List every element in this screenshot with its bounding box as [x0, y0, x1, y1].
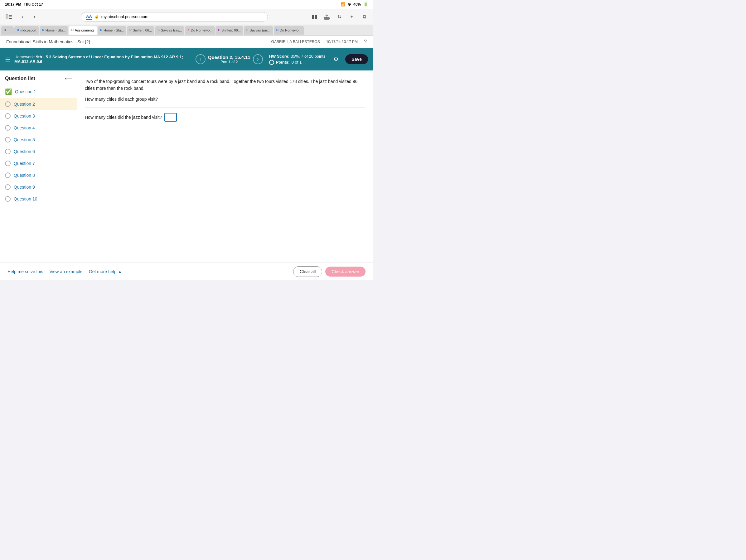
svg-rect-5	[315, 14, 317, 19]
svg-rect-4	[312, 14, 314, 19]
question-unanswered-icon	[5, 101, 10, 107]
question-item-10[interactable]: Question 10	[0, 193, 77, 205]
tab-t1[interactable]: D	[1, 26, 14, 35]
student-name: GABRIELLA BALLESTEROS	[271, 39, 320, 44]
hw-score-line: HW Score: 35%, 7 of 20 points	[269, 54, 325, 59]
status-bar-left: 10:17 PM Thu Oct 17	[5, 2, 43, 6]
save-button[interactable]: Save	[345, 54, 368, 64]
sidebar-toggle-button[interactable]	[4, 12, 14, 22]
reload-button[interactable]: ↻	[334, 12, 344, 22]
points-line: Points: 0 of 1	[269, 60, 325, 65]
browser-chrome: ‹ › AA 🔒 mylabschool.pearson.com ↻ + ⧉	[0, 9, 373, 25]
forward-button[interactable]: ›	[30, 12, 39, 22]
question-item-5[interactable]: Question 5	[0, 134, 77, 146]
question-text-2: How many cities did each group visit?	[85, 96, 366, 102]
score-label: HW Score:	[269, 54, 290, 59]
hw-label: Homework: 9th - 5.3 Solving Systems of L…	[15, 55, 196, 64]
tab-t7[interactable]: SSavvas Eas...	[155, 26, 184, 35]
svg-rect-3	[9, 18, 12, 19]
hw-banner-title: Homework: 9th - 5.3 Solving Systems of L…	[15, 55, 196, 64]
hw-name: 9th - 5.3 Solving Systems of Linear Equa…	[15, 55, 183, 64]
points-circle	[269, 60, 274, 65]
address-bar[interactable]: AA 🔒 mylabschool.pearson.com	[81, 12, 268, 22]
battery-level: 40%	[353, 2, 361, 6]
share-button[interactable]	[322, 12, 332, 22]
help-icon[interactable]: ?	[364, 39, 367, 45]
clear-all-button[interactable]: Clear all	[293, 266, 322, 277]
next-question-button[interactable]: ›	[253, 54, 263, 64]
check-answer-button[interactable]: Check answer	[325, 267, 366, 276]
question-item-8[interactable]: Question 8	[0, 169, 77, 181]
status-day: Thu Oct 17	[24, 2, 43, 6]
reader-icon	[312, 14, 317, 20]
tabs-bar: DDmdcpsportDHome - Stu...DAssignmentsDHo…	[0, 25, 373, 35]
sidebar-icon	[6, 14, 12, 19]
question-unanswered-icon	[5, 137, 10, 143]
content-divider	[85, 108, 366, 108]
tab-t9[interactable]: PSniffen: 06...	[216, 26, 243, 35]
answer-prompt: How many cities did the jazz band visit?	[85, 115, 162, 120]
bottom-links: Help me solve this View an example Get m…	[7, 269, 122, 274]
reader-mode-button[interactable]	[309, 12, 319, 22]
hw-banner: ☰ Homework: 9th - 5.3 Solving Systems of…	[0, 48, 373, 70]
prev-question-button[interactable]: ‹	[196, 54, 205, 64]
help-me-solve-link[interactable]: Help me solve this	[7, 269, 43, 274]
question-item-4[interactable]: Question 4	[0, 122, 77, 134]
question-unanswered-icon	[5, 160, 10, 166]
view-example-link[interactable]: View an example	[49, 269, 82, 274]
question-unanswered-icon	[5, 149, 10, 154]
tab-t4[interactable]: DAssignments	[69, 26, 97, 35]
points-value: 0 of 1	[292, 60, 302, 64]
question-list-sidebar: Question list ⟵ ✅Question 1Question 2Que…	[0, 70, 77, 263]
hw-actions: ⚙ Save	[330, 54, 368, 65]
question-unanswered-icon	[5, 184, 10, 190]
tab-t8[interactable]: XDo Homewo...	[185, 26, 215, 35]
main-layout: Question list ⟵ ✅Question 1Question 2Que…	[0, 70, 373, 263]
menu-icon[interactable]: ☰	[5, 56, 10, 63]
jazz-band-answer-input[interactable]	[164, 113, 177, 122]
tab-t3[interactable]: DHome - Stu...	[39, 26, 68, 35]
settings-button[interactable]: ⚙	[330, 54, 342, 65]
tab-t10[interactable]: SSavvas Eas...	[244, 26, 273, 35]
question-item-7[interactable]: Question 7	[0, 157, 77, 169]
share-icon	[324, 14, 329, 20]
back-button[interactable]: ‹	[18, 12, 27, 22]
question-part: Part 1 of 2	[208, 60, 251, 64]
question-label-10: Question 10	[14, 197, 37, 201]
question-item-3[interactable]: Question 3	[0, 110, 77, 122]
nav-buttons: ‹ ›	[18, 12, 39, 22]
chevron-up-icon: ▲	[118, 269, 122, 274]
collapse-sidebar-button[interactable]: ⟵	[65, 76, 72, 81]
new-tab-button[interactable]: +	[347, 12, 357, 22]
status-bar: 10:17 PM Thu Oct 17 📶 ⊙ 40% 🔋	[0, 0, 373, 9]
question-unanswered-icon	[5, 113, 10, 119]
tab-t5[interactable]: DHome - Stu...	[97, 26, 126, 35]
question-label-8: Question 8	[14, 173, 35, 178]
question-item-9[interactable]: Question 9	[0, 181, 77, 193]
question-unanswered-icon	[5, 196, 10, 202]
page-header-right: GABRIELLA BALLESTEROS 10/17/24 10:17 PM …	[271, 39, 367, 45]
status-bar-right: 📶 ⊙ 40% 🔋	[341, 2, 368, 6]
get-more-help-link[interactable]: Get more help ▲	[89, 269, 122, 274]
status-time: 10:17 PM	[5, 2, 21, 6]
question-label-6: Question 6	[14, 149, 35, 154]
tab-t6[interactable]: PSniffen: 06...	[127, 26, 154, 35]
hw-score-section: HW Score: 35%, 7 of 20 points Points: 0 …	[269, 54, 325, 65]
question-label-9: Question 9	[14, 185, 35, 189]
question-item-6[interactable]: Question 6	[0, 146, 77, 157]
question-list: ✅Question 1Question 2Question 3Question …	[0, 85, 77, 205]
question-item-2[interactable]: Question 2	[0, 98, 77, 110]
url-text: mylabschool.pearson.com	[102, 14, 148, 19]
question-completed-icon: ✅	[5, 88, 12, 95]
wifi-icon: 📶	[341, 2, 345, 6]
tab-t11[interactable]: DDo Homewo...	[274, 26, 304, 35]
question-item-1[interactable]: ✅Question 1	[0, 85, 77, 98]
tab-t2[interactable]: Dmdcpsport	[15, 26, 39, 35]
date-time: 10/17/24 10:17 PM	[326, 39, 358, 44]
svg-rect-1	[9, 15, 12, 16]
tabs-overview-button[interactable]: ⧉	[359, 12, 369, 22]
question-unanswered-icon	[5, 125, 10, 131]
question-label-5: Question 5	[14, 137, 35, 142]
question-label-4: Question 4	[14, 125, 35, 130]
bottom-toolbar: Help me solve this View an example Get m…	[0, 263, 373, 280]
